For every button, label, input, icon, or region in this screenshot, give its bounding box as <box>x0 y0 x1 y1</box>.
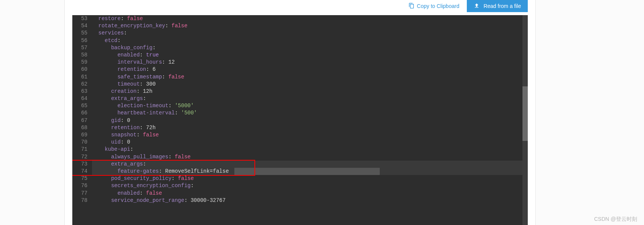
line-number: 68 <box>72 124 87 131</box>
code-line[interactable]: always_pull_images: false <box>92 153 522 161</box>
code-line[interactable]: timeout: 300 <box>92 81 522 88</box>
line-number-gutter: 5354555657585960616263646566676869707172… <box>72 15 92 225</box>
line-number: 59 <box>72 59 87 66</box>
code-line[interactable]: restore: false <box>92 15 522 22</box>
line-number: 78 <box>72 197 87 204</box>
code-line[interactable]: enabled: false <box>92 190 522 197</box>
line-number: 66 <box>72 109 87 117</box>
line-number: 67 <box>72 117 87 124</box>
code-line[interactable]: interval_hours: 12 <box>92 59 522 66</box>
line-number: 63 <box>72 88 87 95</box>
line-number: 53 <box>72 15 87 22</box>
line-number: 72 <box>72 153 87 161</box>
code-line[interactable]: snapshot: false <box>92 131 522 139</box>
line-number: 54 <box>72 22 87 30</box>
code-line[interactable]: safe_timestamp: false <box>92 73 522 81</box>
watermark: CSDN @登云时刻 <box>594 216 637 223</box>
copy-icon <box>409 3 415 10</box>
code-line[interactable]: backup_config: <box>92 44 522 52</box>
code-line[interactable]: secrets_encryption_config: <box>92 182 522 189</box>
code-area[interactable]: restore: false rotate_encryption_key: fa… <box>92 15 522 225</box>
line-number: 61 <box>72 73 87 81</box>
line-number: 65 <box>72 102 87 109</box>
read-from-file-button[interactable]: Read from a file <box>467 0 528 12</box>
line-number: 57 <box>72 44 87 52</box>
copy-to-clipboard-button[interactable]: Copy to Clipboard <box>404 0 464 12</box>
line-number: 77 <box>72 190 87 197</box>
code-line[interactable]: feature-gates: RemoveSelfLink=false <box>92 168 522 175</box>
line-number: 58 <box>72 52 87 59</box>
scrollbar-track[interactable] <box>522 15 528 225</box>
code-line[interactable]: heartbeat-interval: '500' <box>92 109 522 117</box>
line-number: 55 <box>72 30 87 37</box>
code-line[interactable]: election-timeout: '5000' <box>92 102 522 109</box>
code-line[interactable]: gid: 0 <box>92 117 522 124</box>
code-line[interactable]: retention: 6 <box>92 66 522 73</box>
upload-icon <box>474 3 480 10</box>
code-line[interactable]: creation: 12h <box>92 88 522 95</box>
line-number: 75 <box>72 175 87 182</box>
line-number: 74 <box>72 168 87 175</box>
code-line[interactable]: etcd: <box>92 37 522 44</box>
page-root: Copy to Clipboard Read from a file 53545… <box>0 0 644 225</box>
copy-label: Copy to Clipboard <box>417 3 459 9</box>
code-line[interactable]: pod_security_policy: false <box>92 175 522 182</box>
code-line[interactable]: uid: 0 <box>92 139 522 146</box>
line-number: 64 <box>72 95 87 102</box>
line-number: 76 <box>72 182 87 189</box>
code-line[interactable]: retention: 72h <box>92 124 522 131</box>
read-label: Read from a file <box>483 3 521 9</box>
line-number: 70 <box>72 139 87 146</box>
code-line[interactable]: services: <box>92 30 522 37</box>
content-frame: Copy to Clipboard Read from a file 53545… <box>64 0 536 225</box>
line-number: 71 <box>72 146 87 153</box>
scrollbar-thumb[interactable] <box>522 86 528 141</box>
code-editor[interactable]: 5354555657585960616263646566676869707172… <box>72 15 528 225</box>
top-actions-bar: Copy to Clipboard Read from a file <box>404 0 535 12</box>
line-number: 73 <box>72 161 87 168</box>
code-line[interactable]: extra_args: <box>92 95 522 102</box>
code-line[interactable]: service_node_port_range: 30000-32767 <box>92 197 522 204</box>
code-line[interactable]: enabled: true <box>92 52 522 59</box>
line-number: 62 <box>72 81 87 88</box>
line-number: 69 <box>72 131 87 139</box>
line-number: 56 <box>72 37 87 44</box>
line-number: 60 <box>72 66 87 73</box>
code-line[interactable]: rotate_encryption_key: false <box>92 22 522 30</box>
code-line[interactable]: extra_args: <box>92 161 522 168</box>
code-line[interactable]: kube-api: <box>92 146 522 153</box>
